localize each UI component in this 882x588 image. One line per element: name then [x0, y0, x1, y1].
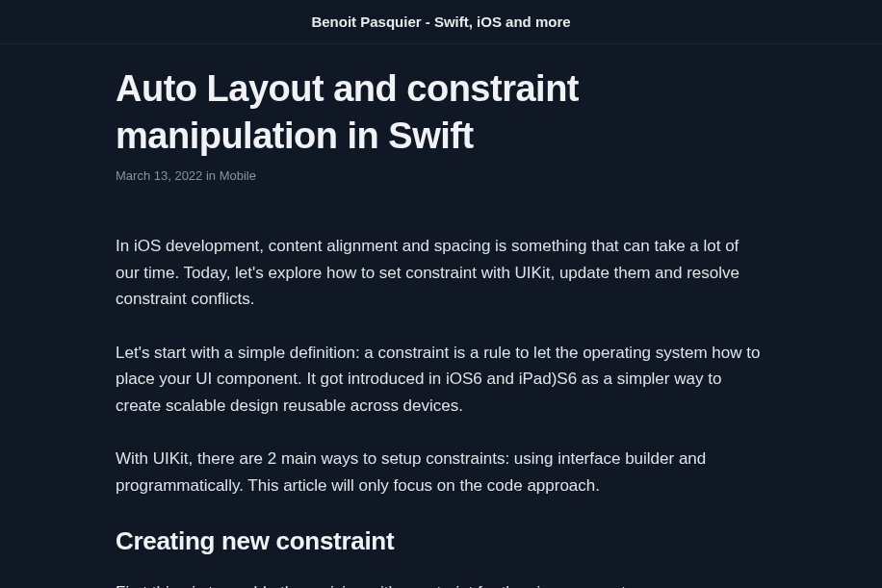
- paragraph: In iOS development, content alignment an…: [116, 233, 766, 313]
- site-header: Benoit Pasquier - Swift, iOS and more: [0, 0, 882, 44]
- section-heading: Creating new constraint: [116, 526, 766, 556]
- article-date: March 13, 2022: [116, 168, 202, 183]
- article-content: Auto Layout and constraint manipulation …: [104, 44, 778, 588]
- article-meta: March 13, 2022 in Mobile: [116, 168, 766, 183]
- article-category[interactable]: Mobile: [220, 168, 256, 183]
- paragraph: With UIKit, there are 2 main ways to set…: [116, 446, 766, 499]
- article-title: Auto Layout and constraint manipulation …: [116, 65, 766, 159]
- meta-separator: in: [202, 168, 219, 183]
- article-body: In iOS development, content alignment an…: [116, 233, 766, 588]
- paragraph: Let's start with a simple definition: a …: [116, 340, 766, 420]
- paragraph: First thing is to enable the resizing wi…: [116, 579, 766, 589]
- site-title[interactable]: Benoit Pasquier - Swift, iOS and more: [0, 13, 882, 30]
